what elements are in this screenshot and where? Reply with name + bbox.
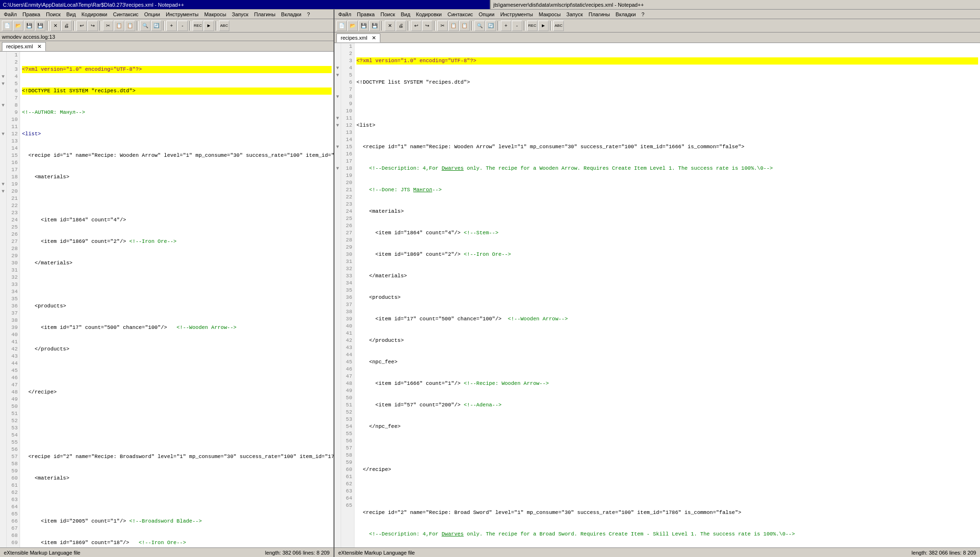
left-tb-macro2[interactable]: ▶ [204, 21, 214, 31]
right-tab-close-icon[interactable]: ✕ [372, 35, 376, 41]
right-tb-undo[interactable]: ↩ [411, 21, 421, 31]
right-code-line-14: </products> [356, 337, 978, 344]
right-tb-zoom-out[interactable]: - [512, 21, 522, 31]
code-line-23: <item id="1869" count="18"/> <!--Iron Or… [22, 539, 332, 546]
right-menu-syntax[interactable]: Синтаксис [445, 11, 476, 18]
left-code-content[interactable]: <?xml version="1.0" encoding="UTF-8"?> <… [20, 52, 334, 547]
right-tb-save-all[interactable]: 💾 [369, 21, 380, 31]
right-menu-options[interactable]: Опции [476, 11, 497, 18]
left-tb-abc[interactable]: ABC [219, 21, 229, 31]
left-tb-zoom-out[interactable]: - [177, 21, 188, 31]
right-menu-tabs[interactable]: Вкладки [613, 11, 638, 18]
left-tab-close-icon[interactable]: ✕ [37, 44, 42, 49]
right-tb-save[interactable]: 💾 [358, 21, 369, 31]
right-menu-view[interactable]: Вид [398, 11, 413, 18]
right-code-content[interactable]: <?xml version="1.0" encoding="UTF-8"?> <… [355, 43, 980, 547]
left-window-title: C:\Users\Enmity\AppData\Local\Temp\Rar$D… [3, 2, 184, 8]
right-tb-sep2 [408, 21, 409, 31]
left-editor[interactable]: ▼ ▼ ▼ ▼ ▼ ▼ 12345 678910 [0, 52, 334, 547]
right-window-title: jts\gameserver\dist\data\xmlscript\stati… [494, 2, 644, 8]
right-tb-open[interactable]: 📂 [347, 21, 358, 31]
left-tb-redo[interactable]: ↪ [87, 21, 98, 31]
right-menu-encoding[interactable]: Кодировки [413, 11, 445, 18]
right-tb-sep5 [497, 21, 499, 31]
left-tb-save[interactable]: 💾 [24, 21, 34, 31]
left-tb-save-all[interactable]: 💾 [35, 21, 45, 31]
right-menu-file[interactable]: Файл [335, 11, 354, 18]
right-menu-tools[interactable]: Инструменты [497, 11, 536, 18]
right-tb-redo[interactable]: ↪ [422, 21, 432, 31]
code-line-20: <materials> [22, 475, 332, 482]
left-menu-edit[interactable]: Правка [20, 11, 43, 18]
right-menu-search[interactable]: Поиск [377, 11, 398, 18]
right-tb-cut[interactable]: ✂ [437, 21, 448, 31]
left-tb-replace[interactable]: 🔄 [151, 21, 162, 31]
left-menu-help[interactable]: ? [304, 11, 313, 18]
right-tb-sep7 [550, 21, 552, 31]
right-code-line-12: <products> [356, 294, 978, 301]
left-status-right: length: 382 066 lines: 8 209 [265, 550, 330, 556]
right-tb-find[interactable]: 🔍 [474, 21, 485, 31]
right-menu-run[interactable]: Запуск [563, 11, 585, 18]
left-menu-file[interactable]: Файл [1, 11, 20, 18]
right-menu-macros[interactable]: Макросы [536, 11, 563, 18]
right-editor[interactable]: ▼ ▼ ▼ ▼ ▼ ▼ ▼ 12345 67891 [334, 43, 980, 547]
left-log-bar: wmodev access.log:13 [0, 33, 334, 41]
left-menu-syntax[interactable]: Синтаксис [110, 11, 141, 18]
left-tb-open[interactable]: 📂 [13, 21, 23, 31]
left-tab-label: recipes.xml [6, 44, 33, 49]
left-menu-tabs[interactable]: Вкладки [278, 11, 304, 18]
right-tb-abc[interactable]: ABC [553, 21, 564, 31]
left-tb-cut[interactable]: ✂ [103, 21, 113, 31]
right-tb-print[interactable]: 🖨 [396, 21, 406, 31]
code-line-21 [22, 496, 332, 503]
left-tb-sep7 [215, 21, 217, 31]
left-menu-bar: Файл Правка Поиск Вид Кодировки Синтакси… [0, 10, 334, 19]
left-tb-zoom-in[interactable]: + [166, 21, 177, 31]
right-menu-edit[interactable]: Правка [354, 11, 377, 18]
left-menu-options[interactable]: Опции [141, 11, 163, 18]
code-line-16: </recipe> [22, 389, 332, 396]
left-tb-macro[interactable]: REC [193, 21, 203, 31]
left-menu-plugins[interactable]: Плагины [251, 11, 279, 18]
right-tb-zoom-in[interactable]: + [501, 21, 511, 31]
right-tb-paste[interactable]: 📋 [459, 21, 470, 31]
right-code-line-15: <npc_fee> [356, 359, 978, 366]
left-menu-encoding[interactable]: Кодировки [79, 11, 110, 18]
left-menu-tools[interactable]: Инструменты [163, 11, 202, 18]
right-editor-window: Файл Правка Поиск Вид Кодировки Синтакси… [334, 10, 980, 557]
code-line-15 [22, 367, 332, 374]
right-tb-replace[interactable]: 🔄 [485, 21, 496, 31]
left-menu-view[interactable]: Вид [64, 11, 79, 18]
left-menu-search[interactable]: Поиск [43, 11, 63, 18]
right-tb-close[interactable]: ✕ [385, 21, 395, 31]
left-tb-paste[interactable]: 📋 [125, 21, 135, 31]
right-tab-bar: recipes.xml ✕ [334, 33, 980, 43]
right-code-line-18: </npc_fee> [356, 423, 978, 430]
right-code-line-22: <recipe id="2" name="Recipe: Broad Sword… [356, 509, 978, 516]
right-tb-copy[interactable]: 📋 [448, 21, 459, 31]
left-tb-copy[interactable]: 📋 [114, 21, 124, 31]
left-tab-recipes[interactable]: recipes.xml ✕ [2, 42, 46, 51]
right-code-line-17: <item id="57" count="200"/> <!--Adena--> [356, 402, 978, 409]
left-tb-sep4 [137, 21, 139, 31]
left-tab-bar: recipes.xml ✕ [0, 41, 334, 52]
left-tb-find[interactable]: 🔍 [140, 21, 151, 31]
right-status-left: eXtensible Markup Language file [338, 550, 415, 556]
right-tb-macro[interactable]: REC [527, 21, 538, 31]
left-tb-close[interactable]: ✕ [50, 21, 61, 31]
right-menu-plugins[interactable]: Плагины [586, 11, 613, 18]
right-menu-help[interactable]: ? [639, 11, 647, 18]
left-tb-new[interactable]: 📄 [2, 21, 12, 31]
code-line-18 [22, 432, 332, 439]
left-tb-print[interactable]: 🖨 [61, 21, 72, 31]
left-menu-run[interactable]: Запуск [229, 11, 251, 18]
right-tb-play[interactable]: ▶ [538, 21, 549, 31]
code-line-17 [22, 410, 332, 417]
code-line-5: <recipe id="1" name="Recipe: Wooden Arro… [22, 152, 332, 159]
left-menu-macros[interactable]: Макросы [201, 11, 229, 18]
right-tab-recipes[interactable]: recipes.xml ✕ [336, 33, 380, 43]
left-tb-undo[interactable]: ↩ [76, 21, 87, 31]
right-tb-new[interactable]: 📄 [336, 21, 347, 31]
code-line-13: <item id="17" count="500" chance="100"/>… [22, 324, 332, 331]
